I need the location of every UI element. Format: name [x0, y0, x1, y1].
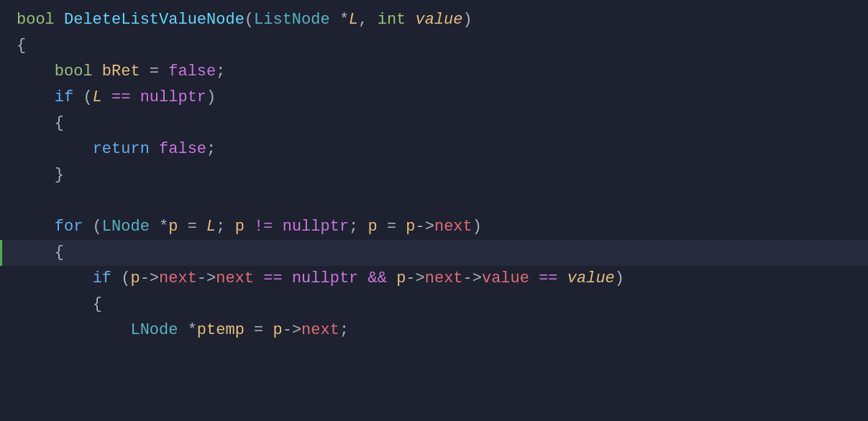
code-token: { [55, 111, 64, 136]
code-token: -> [140, 266, 159, 291]
code-token: bool [17, 7, 55, 32]
code-token: nullptr [140, 85, 206, 110]
code-token: if [93, 266, 111, 291]
code-line: if (L == nullptr) [0, 85, 868, 111]
code-token: ( [73, 85, 92, 110]
code-token: ; [216, 59, 225, 84]
code-line: for (LNode *p = L; p != nullptr; p = p->… [0, 214, 868, 240]
code-token: * [330, 7, 349, 32]
code-token: == [539, 266, 557, 291]
code-token: bRet [102, 59, 140, 84]
code-token: next [434, 214, 472, 239]
code-token: ptemp [197, 318, 245, 343]
code-token: , [358, 7, 377, 32]
code-token: next [159, 266, 197, 291]
code-token [529, 266, 539, 291]
code-token: ( [245, 7, 254, 32]
code-token: p [168, 214, 178, 239]
code-token: { [17, 33, 26, 58]
code-token: ) [463, 7, 472, 32]
code-token: return [93, 137, 150, 162]
code-token: { [55, 240, 64, 265]
code-token [245, 214, 254, 239]
code-token: ; [216, 214, 234, 239]
code-token: LNode [130, 318, 178, 343]
code-token: DeleteListValueNode [64, 7, 245, 32]
code-token [130, 85, 140, 110]
code-token: = [378, 214, 406, 239]
code-line: { [0, 111, 868, 137]
code-token [254, 266, 263, 291]
code-token: p [368, 214, 378, 239]
code-token: ( [111, 266, 130, 291]
code-token: ; [206, 137, 216, 162]
code-token [17, 318, 130, 343]
code-token: nullptr [283, 214, 349, 239]
code-token: value [482, 266, 529, 291]
code-token: L [93, 85, 102, 110]
code-token [93, 59, 102, 84]
code-token: -> [283, 318, 301, 343]
code-token: bool [55, 59, 93, 84]
code-line: { [0, 240, 868, 266]
code-token: = [178, 214, 206, 239]
code-line: { [0, 292, 868, 318]
code-token: = [140, 59, 169, 84]
code-token [17, 240, 55, 265]
code-token: next [301, 318, 339, 343]
code-token: p [130, 266, 140, 291]
code-token: { [93, 292, 102, 317]
code-token [102, 85, 111, 110]
code-token: -> [463, 266, 482, 291]
code-token: ) [472, 214, 482, 239]
code-token: int [378, 7, 406, 32]
code-token [17, 111, 55, 136]
code-token: ; [339, 318, 349, 343]
code-token: == [111, 85, 130, 110]
code-token: ( [83, 214, 101, 239]
code-token: next [425, 266, 463, 291]
code-token [17, 85, 55, 110]
code-token [150, 137, 159, 162]
code-token: p [235, 214, 245, 239]
code-token: p [273, 318, 282, 343]
code-token: ; [349, 214, 367, 239]
code-token: -> [406, 266, 424, 291]
code-token: nullptr [292, 266, 358, 291]
code-token [17, 162, 55, 188]
code-token [358, 266, 367, 291]
code-token: LNode [102, 214, 150, 239]
code-token: == [263, 266, 282, 291]
code-token: if [55, 85, 73, 110]
code-line: bool DeleteListValueNode(ListNode *L, in… [0, 7, 868, 33]
code-token: next [216, 266, 254, 291]
code-token [558, 266, 567, 291]
code-token: value [567, 266, 615, 291]
code-token [17, 137, 93, 162]
code-token [17, 214, 55, 239]
code-token [283, 266, 292, 291]
code-line: LNode *ptemp = p->next; [0, 318, 868, 343]
code-line: bool bRet = false; [0, 59, 868, 85]
code-token: ) [615, 266, 624, 291]
code-token [17, 292, 93, 317]
code-token: p [396, 266, 406, 291]
code-token: != [254, 214, 273, 239]
code-token: false [168, 59, 216, 84]
code-token [406, 7, 415, 32]
code-token: L [349, 7, 358, 32]
code-token: } [55, 162, 64, 188]
code-token: for [55, 214, 83, 239]
code-line: if (p->next->next == nullptr && p->next-… [0, 266, 868, 292]
code-line [0, 188, 868, 214]
code-editor: bool DeleteListValueNode(ListNode *L, in… [0, 0, 868, 421]
code-line: { [0, 33, 868, 59]
code-token: = [245, 318, 273, 343]
code-line: } [0, 162, 868, 188]
code-token: && [368, 266, 387, 291]
code-token: ) [206, 85, 216, 110]
code-token: value [416, 7, 463, 32]
code-token: p [406, 214, 415, 239]
code-token: L [206, 214, 216, 239]
code-token: -> [416, 214, 434, 239]
